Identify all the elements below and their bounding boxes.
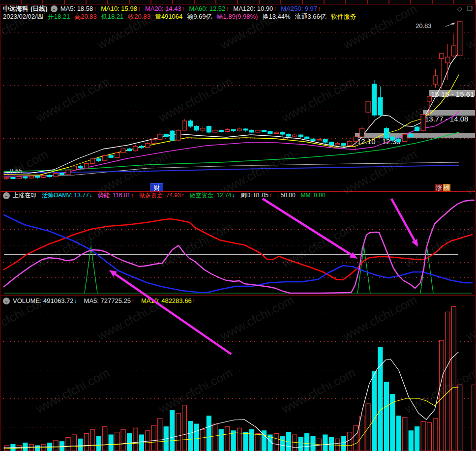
stat-item: 势能: 116.81↑: [98, 192, 134, 199]
svg-text:13.77 - 14.08: 13.77 - 14.08: [425, 115, 468, 123]
ma-legend-items: MA5: 18.58↑MA10: 15.98↑MA20: 14.43↑MA60:…: [60, 5, 325, 12]
stat-item: MA5: 18.58↑: [60, 5, 97, 12]
chevron-down-icon[interactable]: ⌄: [3, 192, 10, 199]
stat-item: MA250: 9.97↑: [281, 5, 321, 12]
indicator-header: ⌄ 上涨在即 活筹OAMV: 13.77↓势能: 116.81↑做多资金: 74…: [0, 191, 476, 199]
down-arrow-icon: ↓: [232, 192, 235, 199]
down-arrow-icon: ↓: [89, 192, 92, 199]
stat-item: 量491064: [155, 12, 182, 21]
chevron-down-icon[interactable]: ⌄: [51, 5, 58, 12]
info-bar: 中远海科 (日线) ⌄ MA5: 18.58↑MA10: 15.98↑MA20:…: [0, 4, 476, 21]
stat-item: 周D: 81.05↑: [240, 192, 271, 199]
stat-item: MA10: 482283.66↑: [141, 297, 195, 304]
down-arrow-icon: ↓: [74, 298, 77, 304]
stat-item: 流通3.66亿: [295, 12, 327, 21]
stock-app-window: 中远海科 (日线) ⌄ MA5: 18.58↑MA10: 15.98↑MA20:…: [0, 0, 476, 451]
stat-item: 做多资金: 74.93↑: [139, 192, 184, 199]
stat-item: MA10: 15.98↑: [101, 5, 141, 12]
stat-item: 开18.21: [48, 12, 70, 21]
stat-item: 做空资金: 12.74↓: [190, 192, 235, 199]
stat-item: 软件服务: [331, 12, 357, 21]
up-arrow-icon: ↑: [93, 5, 96, 12]
indicator-chart-canvas[interactable]: [0, 199, 476, 295]
up-arrow-icon: ↑: [131, 192, 134, 199]
stat-item: 幅1.89(9.98%): [217, 12, 258, 21]
volume-header: ⌄ VOLUME: 491063.72↓MA5: 727725.25↑MA10:…: [0, 295, 476, 306]
up-arrow-icon: ↑: [192, 298, 195, 304]
candlestick-chart-canvas[interactable]: 15.15 - 15.6113.77 - 14.0812.10 - 12.38: [0, 21, 476, 191]
stat-item: 额9.69亿: [187, 12, 212, 21]
indicator-panel: [0, 199, 476, 295]
up-arrow-icon: ↑: [181, 192, 184, 199]
up-arrow-icon: ↑: [131, 298, 134, 304]
up-arrow-icon: ↑: [138, 5, 141, 12]
volume-stats: VOLUME: 491063.72↓MA5: 727725.25↑MA10: 4…: [13, 297, 202, 304]
quote-row: 2023/02/02/四 开18.21高20.83低18.21收20.83量49…: [3, 12, 476, 21]
volume-panel: [0, 306, 476, 451]
stat-item: VOLUME: 491063.72↓: [13, 297, 77, 304]
stat-item: 高20.83: [74, 12, 97, 21]
candles: [5, 21, 462, 180]
volume-bars: [5, 306, 476, 451]
stat-item: 收20.83: [128, 12, 150, 21]
stat-item: MA60: 12.52↑: [189, 5, 229, 12]
indicator-stats: 活筹OAMV: 13.77↓势能: 116.81↑做多资金: 74.93↑做空资…: [42, 191, 331, 200]
top-toolbar-strip[interactable]: [0, 0, 476, 4]
stat-item: : 50.00: [277, 192, 296, 199]
indicator-title: 上涨在即: [13, 191, 36, 200]
stat-item: MA120: 10.90↑: [233, 5, 276, 12]
up-arrow-icon: ↑: [269, 192, 272, 199]
stat-item: MA20: 14.43↑: [145, 5, 185, 12]
stat-item: MM: 0.00: [301, 192, 326, 199]
window-corner-icons[interactable]: ◇ ❒: [457, 5, 474, 12]
up-arrow-icon: ↑: [273, 5, 276, 12]
main-chart-panel: 15.15 - 15.6113.77 - 14.0812.10 - 12.38 …: [0, 21, 476, 191]
volume-chart-canvas[interactable]: [0, 306, 476, 451]
stat-item: 低18.21: [101, 12, 124, 21]
quote-fields: 开18.21高20.83低18.21收20.83量491064额9.69亿幅1.…: [48, 12, 361, 21]
ma-legend-row: 中远海科 (日线) ⌄ MA5: 18.58↑MA10: 15.98↑MA20:…: [3, 4, 476, 13]
stat-item: 换13.44%: [262, 12, 290, 21]
up-arrow-icon: ↑: [318, 5, 321, 12]
stat-item: 活筹OAMV: 13.77↓: [42, 192, 92, 199]
chevron-down-icon[interactable]: ⌄: [3, 298, 10, 304]
up-arrow-icon: ↑: [226, 5, 229, 12]
stat-item: MA5: 727725.25↑: [84, 297, 134, 304]
ma-lines: [4, 53, 459, 176]
up-arrow-icon: ↑: [182, 5, 185, 12]
svg-text:15.15 - 15.61: 15.15 - 15.61: [431, 90, 474, 98]
date-label: 2023/02/02/四: [3, 12, 43, 21]
